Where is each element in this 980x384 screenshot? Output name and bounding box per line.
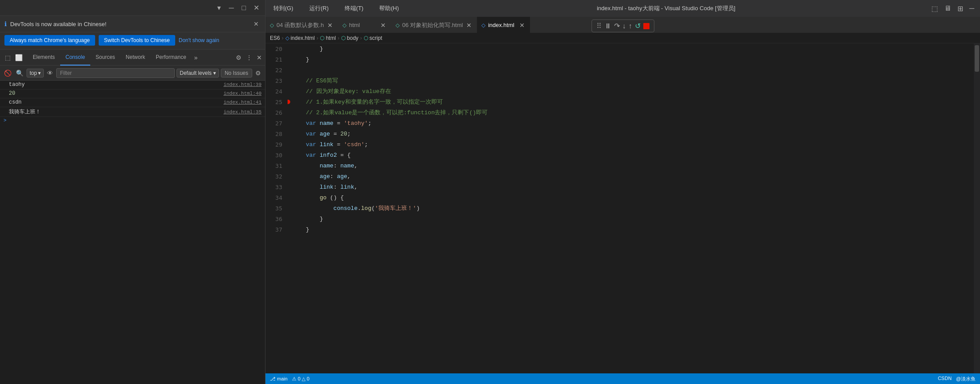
- line-num-33: 33: [270, 182, 282, 192]
- top-context-dropdown[interactable]: top ▾: [27, 69, 44, 78]
- match-language-button[interactable]: Always match Chrome's language: [4, 35, 95, 46]
- debug-step-into-icon[interactable]: ↓: [623, 22, 626, 30]
- menu-terminal[interactable]: 终端(T): [341, 3, 367, 14]
- debug-stop-icon[interactable]: [643, 23, 649, 29]
- debug-pause-icon[interactable]: ⏸: [604, 22, 611, 30]
- tab-close-2[interactable]: ✕: [380, 21, 387, 30]
- tab-index-html[interactable]: ◇ index.html ✕: [477, 17, 530, 33]
- line-num-36: 36: [270, 213, 282, 224]
- close-panel-icon[interactable]: ✕: [255, 53, 263, 62]
- debug-step-over-icon[interactable]: ↷: [614, 22, 620, 30]
- breadcrumb: ES6 › ◇ index.html › ⬡ html › ⬡ body › ⬡…: [265, 33, 980, 43]
- scrollbar-thumb[interactable]: [975, 45, 979, 72]
- settings-icon[interactable]: ⚙: [234, 53, 243, 62]
- line-num-35: 35: [270, 203, 282, 213]
- code-line-28: var age = 20;: [292, 128, 974, 139]
- statusbar-branch[interactable]: ⎇ main: [270, 376, 288, 382]
- debug-step-out-icon[interactable]: ↑: [629, 22, 632, 30]
- code-line-20: }: [292, 43, 974, 54]
- minimize-icon[interactable]: ─: [227, 4, 236, 12]
- console-toolbar: 🚫 🔍 top ▾ 👁 Default levels ▾ No Issues ⚙: [0, 66, 265, 81]
- devtools-panel: ▾ ─ □ ✕ ℹ DevTools is now available in C…: [0, 0, 265, 384]
- debug-drag-icon[interactable]: ⠿: [596, 22, 602, 30]
- line-num-21: 21: [270, 54, 282, 65]
- more-options-icon[interactable]: ⋮: [245, 53, 254, 62]
- dont-show-again-button[interactable]: Don't show again: [179, 37, 219, 43]
- filter-icon[interactable]: 🔍: [15, 68, 25, 78]
- statusbar-user[interactable]: @淡水鱼: [956, 376, 976, 382]
- code-line-22: [292, 65, 974, 75]
- console-content: taohy index.html:39 20 index.html:40 csd…: [0, 81, 265, 384]
- line-num-23: 23: [270, 75, 282, 86]
- menu-run[interactable]: 运行(R): [306, 3, 332, 14]
- tab-close-1[interactable]: ✕: [327, 21, 334, 30]
- device-icon[interactable]: ⬜: [14, 53, 24, 62]
- file-icon-3: ◇: [396, 22, 400, 28]
- statusbar-right: CSDN @淡水鱼: [938, 376, 976, 382]
- titlebar-monitor-icon[interactable]: 🖥: [943, 3, 953, 14]
- breadcrumb-script[interactable]: ⬡ script: [364, 35, 382, 41]
- console-link-1[interactable]: index.html:39: [223, 82, 261, 87]
- console-row: taohy index.html:39: [0, 81, 265, 89]
- titlebar-layout-icon[interactable]: ⬚: [930, 3, 939, 14]
- close-notification-icon[interactable]: ✕: [252, 19, 261, 28]
- debug-toolbar: ⠿ ⏸ ↷ ↓ ↑ ↺: [592, 19, 654, 32]
- menu-help[interactable]: 帮助(H): [376, 3, 402, 14]
- file-icon-2: ◇: [342, 22, 346, 28]
- console-value-taohy: taohy: [9, 81, 223, 88]
- line-num-32: 32: [270, 171, 282, 182]
- console-input-arrow: >: [0, 117, 265, 124]
- tab-console[interactable]: Console: [60, 50, 90, 66]
- line-num-27: 27: [270, 118, 282, 128]
- inspect-icon[interactable]: ⬚: [4, 53, 12, 62]
- switch-to-chinese-button[interactable]: Switch DevTools to Chinese: [99, 35, 175, 46]
- code-line-25: // 1.如果key和变量的名字一致，可以指定一次即可: [292, 97, 974, 107]
- tab-06-object[interactable]: ◇ 06 对象初始化简写.html ✕: [391, 17, 477, 33]
- tab-performance[interactable]: Performance: [150, 50, 192, 66]
- html-file-icon: ◇: [285, 35, 289, 41]
- code-line-32: age: age,: [292, 171, 974, 182]
- console-settings-icon[interactable]: ⚙: [254, 68, 262, 78]
- statusbar-errors[interactable]: ⚠ 0 △ 0: [292, 376, 309, 382]
- eye-icon[interactable]: 👁: [46, 68, 54, 78]
- close-devtools-icon[interactable]: ✕: [252, 4, 261, 12]
- vertical-scrollbar[interactable]: [974, 43, 980, 373]
- console-link-4[interactable]: index.html:35: [223, 109, 261, 115]
- line-num-37: 37: [270, 224, 282, 235]
- maximize-icon[interactable]: □: [239, 4, 248, 12]
- tab-html[interactable]: ◇ html ✕: [338, 17, 391, 33]
- tab-04-functions[interactable]: ◇ 04 函数默认参数.h ✕: [265, 17, 338, 33]
- breadcrumb-es6[interactable]: ES6: [270, 35, 280, 41]
- more-tabs-icon[interactable]: »: [192, 52, 200, 63]
- code-line-31: name: name,: [292, 160, 974, 171]
- default-levels-button[interactable]: Default levels ▾: [177, 69, 219, 78]
- console-link-3[interactable]: index.html:41: [223, 100, 261, 105]
- titlebar-minimize-icon[interactable]: ─: [968, 3, 976, 14]
- tab-sources[interactable]: Sources: [90, 50, 120, 66]
- body-tag-icon: ⬡: [341, 35, 346, 41]
- code-line-23: // ES6简写: [292, 75, 974, 86]
- tab-elements[interactable]: Elements: [27, 50, 60, 66]
- no-issues-badge[interactable]: No Issues: [221, 69, 252, 78]
- tab-network[interactable]: Network: [120, 50, 150, 66]
- line-num-34: 34: [270, 192, 282, 203]
- breadcrumb-body[interactable]: ⬡ body: [341, 35, 358, 41]
- debug-restart-icon[interactable]: ↺: [635, 22, 641, 30]
- console-link-2[interactable]: index.html:40: [223, 91, 261, 96]
- menu-goto[interactable]: 转到(G): [270, 3, 297, 14]
- tab-close-4[interactable]: ✕: [519, 21, 526, 30]
- statusbar-csdn[interactable]: CSDN: [938, 376, 952, 382]
- chevron-down-icon[interactable]: ▾: [215, 4, 223, 12]
- code-line-35: console.log('我骑车上班！'): [292, 203, 974, 213]
- titlebar-grid-icon[interactable]: ⊞: [956, 3, 965, 14]
- tab-close-3[interactable]: ✕: [465, 21, 473, 30]
- console-row: 我骑车上班！ index.html:35: [0, 107, 265, 117]
- tab-label-2: html: [349, 22, 360, 28]
- filter-input[interactable]: [56, 68, 175, 78]
- tab-label-4: index.html: [488, 22, 514, 28]
- breadcrumb-index[interactable]: ◇ index.html: [285, 35, 315, 41]
- clear-console-icon[interactable]: 🚫: [3, 68, 13, 78]
- breadcrumb-html[interactable]: ⬡ html: [320, 35, 336, 41]
- line-num-25: 25: [270, 97, 282, 107]
- line-num-30: 30: [270, 150, 282, 160]
